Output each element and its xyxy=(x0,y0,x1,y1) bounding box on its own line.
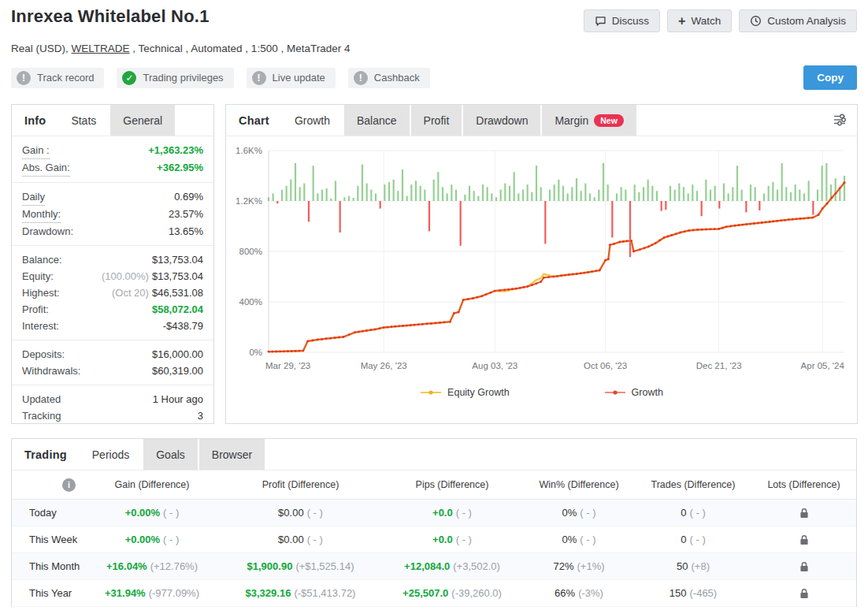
col-gain: Gain (Difference) xyxy=(84,479,220,490)
period-label: Today xyxy=(12,507,84,519)
svg-text:Aug 03, '23: Aug 03, '23 xyxy=(472,361,517,370)
stat-label[interactable]: Abs. Gain: xyxy=(22,159,70,177)
cell-trades: 50(+8) xyxy=(635,560,751,572)
cell-pips: +0.0( - ) xyxy=(381,534,523,545)
growth-chart[interactable]: 0%400%800%1.2K%1.6K%Mar 29, '23May 26, '… xyxy=(228,138,854,379)
stat-row: Tracking3 xyxy=(12,407,213,424)
tab-browser[interactable]: Browser xyxy=(199,439,265,470)
stat-label: Drawdown: xyxy=(22,223,73,240)
stat-row: Profit:$58,072.04 xyxy=(12,301,213,318)
stat-row: Updated1 Hour ago xyxy=(12,391,213,407)
stat-label: Profit: xyxy=(22,301,49,318)
stat-row: Drawdown:13.65% xyxy=(12,223,213,240)
broker-link[interactable]: WELTRADE xyxy=(72,43,130,54)
period-label: This Month xyxy=(12,560,84,572)
tab-general[interactable]: General xyxy=(110,105,175,136)
svg-text:May 26, '23: May 26, '23 xyxy=(361,361,407,370)
cell-pips: +12,084.0(+3,502.0) xyxy=(381,560,523,572)
svg-text:800%: 800% xyxy=(239,247,262,256)
stat-label[interactable]: Monthly: xyxy=(22,206,61,223)
lock-icon xyxy=(799,508,809,519)
cell-gain: +16.04%(+12.76%) xyxy=(84,560,220,572)
cell-lots-locked[interactable] xyxy=(751,534,856,546)
tab-stats[interactable]: Stats xyxy=(58,105,109,136)
tab-balance[interactable]: Balance xyxy=(344,105,410,136)
stats-group: Daily0.69%Monthly:23.57%Drawdown:13.65% xyxy=(12,183,213,246)
cell-win: 66%(-3%) xyxy=(523,587,635,599)
stats-group: Deposits:$16,000.00Withdrawals:$60,319.0… xyxy=(12,340,213,385)
period-row-this-week: This Week+0.00%( - )$0.00( - )+0.0( - )0… xyxy=(12,526,856,553)
chart-area: 0%400%800%1.2K%1.6K%Mar 29, '23May 26, '… xyxy=(226,136,857,382)
check-icon: ✓ xyxy=(122,71,136,85)
header: Inrexea Whitelabel No.1 Discuss + Watch … xyxy=(11,0,857,32)
tab-info[interactable]: Info xyxy=(12,105,58,136)
stat-row: Balance:$13,753.04 xyxy=(12,251,213,268)
info-icon[interactable]: i xyxy=(62,478,76,492)
stats-tabs: Info Stats General xyxy=(12,105,213,136)
svg-text:Dec 21, '23: Dec 21, '23 xyxy=(696,361,742,370)
tab-margin[interactable]: Margin New xyxy=(542,105,636,136)
cell-profit: $1,900.90(+$1,525.14) xyxy=(220,560,381,572)
stat-value: 1 Hour ago xyxy=(153,391,203,407)
copy-button[interactable]: Copy xyxy=(803,65,857,90)
periods-tabs: Trading Periods Goals Browser xyxy=(12,439,856,471)
period-row-this-month: This Month+16.04%(+12.76%)$1,900.90(+$1,… xyxy=(12,553,856,580)
stat-row: Withdrawals:$60,319.00 xyxy=(12,363,213,379)
legend-equity-growth[interactable]: Equity Growth xyxy=(420,387,510,398)
col-win: Win% (Difference) xyxy=(523,479,635,490)
cell-lots-locked[interactable] xyxy=(751,587,856,600)
cell-pips: +25,507.0(-39,260.0) xyxy=(381,587,523,599)
stat-label[interactable]: Gain : xyxy=(22,142,50,159)
tab-growth[interactable]: Growth xyxy=(282,105,343,136)
stat-row: Monthly:23.57% xyxy=(12,206,213,223)
badge-trading-privileges[interactable]: ✓Trading privileges xyxy=(117,68,233,88)
period-label: This Year xyxy=(12,587,84,599)
stat-value: 0.69% xyxy=(174,188,203,205)
exclamation-icon: ! xyxy=(252,71,266,85)
cell-win: 0%( - ) xyxy=(523,534,635,545)
stat-value: (Oct 20)$46,531.08 xyxy=(112,285,203,301)
chart-settings-icon[interactable] xyxy=(832,113,848,130)
custom-analysis-button[interactable]: Custom Analysis xyxy=(739,9,857,32)
discuss-button[interactable]: Discuss xyxy=(584,9,660,32)
cell-lots-locked[interactable] xyxy=(751,560,856,573)
tab-drawdown[interactable]: Drawdown xyxy=(463,105,540,136)
stat-row: Gain :+1,363.23% xyxy=(12,142,213,159)
chat-icon xyxy=(595,15,606,27)
stat-value: $58,072.04 xyxy=(152,301,203,318)
stats-body: Gain :+1,363.23%Abs. Gain:+362.95%Daily0… xyxy=(12,136,213,430)
badge-live-update[interactable]: !Live update xyxy=(247,68,336,88)
tab-profit[interactable]: Profit xyxy=(411,105,462,136)
cell-lots-locked[interactable] xyxy=(751,507,856,519)
cell-win: 72%(+1%) xyxy=(523,560,635,572)
stat-label[interactable]: Daily xyxy=(22,188,45,206)
cell-gain: +31.94%(-977.09%) xyxy=(84,587,220,599)
verification-badges: !Track record✓Trading privileges!Live up… xyxy=(11,65,857,90)
stat-row: Interest:-$438.79 xyxy=(12,318,213,334)
cell-trades: 150(-465) xyxy=(635,587,751,599)
badge-cashback[interactable]: !Cashback xyxy=(348,68,430,88)
stat-value: 3 xyxy=(198,407,203,424)
stat-label: Interest: xyxy=(22,318,59,334)
chart-tabs: Chart Growth Balance Profit Drawdown Mar… xyxy=(226,105,857,136)
tab-goals[interactable]: Goals xyxy=(143,439,198,470)
exclamation-icon: ! xyxy=(17,71,31,85)
stat-row: Highest:(Oct 20)$46,531.08 xyxy=(12,285,213,301)
badge-track-record[interactable]: !Track record xyxy=(11,68,104,88)
stats-group: Updated1 Hour agoTracking3 xyxy=(12,385,213,430)
stat-value: 13.65% xyxy=(169,223,203,240)
stat-label: Highest: xyxy=(22,285,60,301)
lock-icon xyxy=(799,561,809,572)
stats-group: Gain :+1,363.23%Abs. Gain:+362.95% xyxy=(12,136,213,183)
tab-periods[interactable]: Periods xyxy=(80,439,142,470)
period-row-today: Today+0.00%( - )$0.00( - )+0.0( - )0%( -… xyxy=(12,500,856,526)
watch-button[interactable]: + Watch xyxy=(667,9,732,32)
stat-value: -$438.79 xyxy=(163,318,203,334)
tab-trading[interactable]: Trading xyxy=(12,439,80,470)
main-row: Info Stats General Gain :+1,363.23%Abs. … xyxy=(11,104,857,424)
svg-text:400%: 400% xyxy=(239,297,262,307)
legend-growth[interactable]: Growth xyxy=(604,387,663,398)
stat-value: $16,000.00 xyxy=(152,346,203,363)
tab-chart[interactable]: Chart xyxy=(226,105,282,136)
periods-table-header: i Gain (Difference) Profit (Difference) … xyxy=(12,471,856,500)
